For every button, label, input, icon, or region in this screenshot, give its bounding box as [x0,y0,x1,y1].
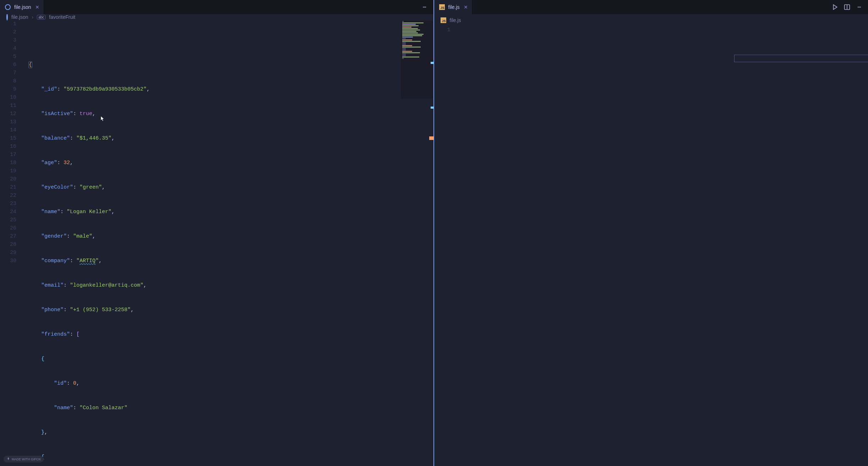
chevron-right-icon: › [32,14,33,20]
run-icon[interactable] [832,4,838,10]
tab-bar-right: JS file.js ⋯ [434,0,868,14]
tab-bar-left: file.json ⋯ [0,0,433,14]
code-area[interactable]: { "_id": "5973782bdb9a930533b05cb2", "is… [24,20,433,466]
overview-marker [429,136,433,140]
editor-pane-right: JS file.js ⋯ JS file.js 1 [434,0,868,466]
json-file-icon [5,4,11,10]
js-file-icon: JS [441,17,446,23]
tab-label: file.js [448,4,460,10]
watermark-badge: MADE WITH GIFOX [4,456,44,462]
code-area[interactable] [458,26,868,466]
split-editor-icon[interactable] [844,4,850,10]
breadcrumb-file: file.js [450,17,461,23]
json-file-icon [6,14,8,20]
editor-right[interactable]: 1 [434,26,868,466]
close-icon[interactable] [34,4,40,10]
more-icon[interactable]: ⋯ [421,4,428,10]
breadcrumb-left[interactable]: file.json › abc favoriteFruit [0,14,433,20]
editor-left[interactable]: 12345 678910 1112131415 1617181920 21222… [0,20,433,466]
cursor-line-highlight [734,55,868,62]
gifox-icon [6,457,10,461]
overview-marker [431,107,433,109]
breadcrumb-symbol: favoriteFruit [49,14,75,20]
tab-file-json[interactable]: file.json [0,0,44,14]
tab-file-js[interactable]: JS file.js [434,0,473,14]
symbol-kind-icon: abc [37,15,45,20]
close-icon[interactable] [463,4,469,10]
editor-pane-left: file.json ⋯ file.json › abc favoriteFrui… [0,0,434,466]
overview-marker [431,62,433,64]
line-number-gutter: 1 [434,26,458,466]
more-icon[interactable]: ⋯ [856,4,862,10]
breadcrumb-file: file.json [11,14,28,20]
tab-label: file.json [14,4,31,10]
breadcrumb-right[interactable]: JS file.js [434,14,868,26]
js-file-icon: JS [439,4,445,10]
line-number-gutter: 12345 678910 1112131415 1617181920 21222… [0,20,24,466]
